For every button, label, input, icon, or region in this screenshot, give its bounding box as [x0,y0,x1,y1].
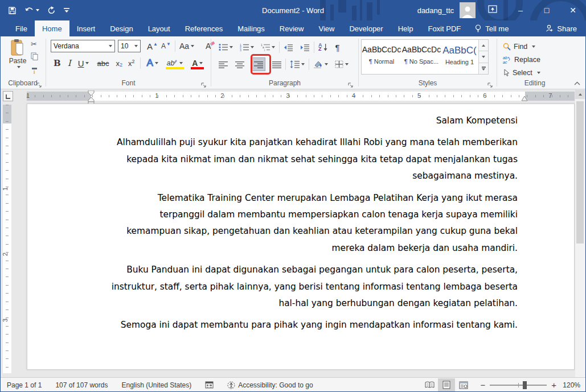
tab-references[interactable]: References [178,20,230,36]
vertical-ruler[interactable]: 123 [3,105,11,373]
tab-file[interactable]: File [8,20,35,36]
styles-scroll-down-button[interactable] [478,51,488,63]
paragraph[interactable]: Salam Kompetensi [92,113,518,129]
style-no-spacing[interactable]: AaBbCcDc ¶ No Spac... [401,40,441,74]
tab-mailings[interactable]: Mailings [230,20,272,36]
tab-insert[interactable]: Insert [69,20,103,36]
font-name-combobox[interactable]: Verdana [51,40,115,52]
macro-record-button[interactable] [198,381,220,389]
word-count[interactable]: 107 of 107 words [48,381,114,389]
font-dialog-launcher[interactable] [201,80,208,87]
style-heading-1[interactable]: AaBbC( Heading 1 [441,40,478,74]
zoom-slider-handle[interactable] [523,381,527,389]
bold-button[interactable]: B [52,57,63,69]
text-effects-button[interactable]: A [145,57,159,69]
select-button[interactable]: Select [503,67,540,79]
italic-button[interactable]: I [66,57,73,69]
page-indicator[interactable]: Page 1 of 1 [0,381,48,389]
save-button[interactable] [8,6,17,15]
vertical-scrollbar[interactable] [575,90,585,377]
share-button[interactable]: Share [536,20,586,36]
web-layout-button[interactable] [455,378,472,392]
numbering-button[interactable]: 123 [238,41,256,53]
print-layout-button[interactable] [438,378,455,392]
strikethrough-button[interactable]: abc [95,57,110,69]
increase-indent-button[interactable] [298,41,312,53]
style-normal[interactable]: AaBbCcDc ¶ Normal [362,40,401,74]
sort-button[interactable]: AZ [317,41,329,53]
underline-button[interactable]: U [76,57,91,69]
multilevel-list-button[interactable]: 1ai [259,41,277,53]
show-formatting-marks-button[interactable]: ¶ [334,41,342,53]
read-mode-button[interactable] [421,378,438,392]
accessibility-icon [227,381,235,389]
superscript-button[interactable]: x2 [126,57,137,69]
styles-dialog-launcher[interactable] [487,80,494,87]
customize-qat-button[interactable] [64,7,69,14]
tab-home[interactable]: Home [35,20,69,36]
styles-more-button[interactable] [478,63,488,74]
paragraph[interactable]: Telematika Training Center merupakan Lem… [92,190,518,257]
paragraph-dialog-launcher[interactable] [348,80,355,87]
borders-button[interactable] [333,58,350,71]
align-left-button[interactable] [217,58,230,71]
horizontal-ruler[interactable]: 11234567 [27,92,575,101]
tell-me-box[interactable]: Tell me [468,20,515,36]
font-color-button[interactable]: A [190,57,204,69]
scrollbar-thumb[interactable] [576,101,584,244]
align-center-button[interactable] [233,58,246,71]
undo-button[interactable] [24,6,39,14]
language-indicator[interactable]: English (United States) [114,381,198,389]
replace-button[interactable]: abac Replace [503,53,540,65]
ribbon-display-options-button[interactable] [488,5,497,15]
font-size-combobox[interactable]: 10 [118,40,141,52]
accessibility-status[interactable]: Accessibility: Good to go [220,381,319,389]
tab-stop-selector[interactable] [3,91,13,101]
close-button[interactable]: ✕ [560,0,586,20]
subscript-button[interactable]: x2 [114,57,124,69]
cut-button[interactable]: ✂ [31,40,39,48]
zoom-percentage[interactable]: 120% [561,381,586,389]
grow-font-button[interactable]: A ▲ [145,40,159,52]
minimize-button[interactable]: – [507,0,534,20]
paste-button[interactable]: Paste [5,39,31,80]
decrease-indent-button[interactable] [282,41,295,53]
tab-layout[interactable]: Layout [141,20,178,36]
tab-developer[interactable]: Developer [342,20,390,36]
format-painter-button[interactable] [31,67,39,77]
shading-button[interactable] [312,58,330,71]
paragraph[interactable]: Alhamdulillah puji syukur kita panjatkan… [92,134,518,184]
clipboard-dialog-launcher[interactable] [36,80,43,87]
styles-scroll-up-button[interactable] [478,40,488,51]
right-indent-marker[interactable] [521,96,528,101]
zoom-in-button[interactable]: + [551,380,556,390]
document-text[interactable]: Salam Kompetensi Alhamdulillah puji syuk… [27,104,574,334]
find-button[interactable]: Find [503,40,535,52]
tab-view[interactable]: View [311,20,342,36]
account-avatar[interactable] [460,2,476,18]
highlight-button[interactable]: ab [165,57,185,69]
zoom-slider[interactable] [490,385,547,386]
undo-dropdown-chevron[interactable] [36,9,39,11]
scrollbar-up-button[interactable] [575,90,585,99]
justify-button[interactable] [271,58,283,71]
tab-help[interactable]: Help [391,20,421,36]
indent-markers[interactable] [88,90,95,104]
paragraph[interactable]: Buku Panduan ini dapat digunakan sebagai… [92,262,518,312]
paragraph[interactable]: Semoga ini dapat membantu para pihak yan… [92,317,518,333]
tab-review[interactable]: Review [272,20,312,36]
account-username[interactable]: dadang_ttc [417,6,454,15]
collapse-ribbon-button[interactable] [572,80,581,86]
zoom-out-button[interactable]: − [480,380,485,390]
document-page[interactable]: Salam Kompetensi Alhamdulillah puji syuk… [27,104,575,370]
line-spacing-button[interactable] [288,58,306,71]
tab-design[interactable]: Design [103,20,140,36]
bullets-button[interactable] [217,41,235,53]
copy-button[interactable] [31,52,39,63]
tab-foxit-pdf[interactable]: Foxit PDF [420,20,468,36]
redo-button[interactable] [47,6,56,15]
shrink-font-button[interactable]: A ▼ [159,40,173,52]
change-case-button[interactable]: Aa [178,40,196,52]
maximize-button[interactable]: □ [534,0,560,20]
editing-group: Find abac Replace Select Editing [497,36,572,89]
